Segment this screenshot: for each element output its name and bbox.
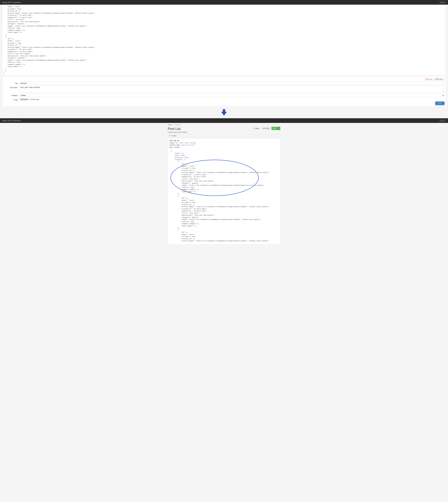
response-block: HTTP 200 OK Allow: GET, POST, HEAD, OPTI…: [168, 138, 280, 244]
vary-value: Accept: [175, 147, 180, 148]
allow-line: Allow: GET, POST, HEAD, OPTIONS: [169, 142, 279, 144]
down-arrow-icon: [221, 112, 227, 116]
form-row-category: Category Quotes Spanish Other: [4, 94, 444, 97]
url-path: /posts/: [172, 135, 176, 137]
title-label: Title: [4, 82, 19, 84]
post-button[interactable]: POST: [435, 102, 444, 105]
content-type-line: Content-Type: application/json: [169, 144, 279, 146]
post-button-row: POST: [4, 102, 444, 105]
choose-file-button[interactable]: Choose file: [19, 98, 29, 101]
breadcrumb: Home / Post List: [168, 123, 280, 127]
category-label: Category: [4, 94, 19, 96]
category-select[interactable]: Quotes Spanish Other: [19, 94, 444, 97]
vary-line: Vary: Accept: [169, 146, 279, 148]
response-headers: HTTP 200 OK Allow: GET, POST, HEAD, OPTI…: [169, 140, 279, 148]
toolbar: 🔧 Filters OPTIONS GET ▾: [251, 127, 280, 130]
image-label: Image: [4, 98, 19, 101]
form-tabs: Raw data HTML form: [4, 78, 444, 81]
get-button[interactable]: GET: [272, 127, 277, 130]
get-button-group: GET ▾: [272, 127, 280, 130]
dropdown-icon-2: ▾: [444, 120, 445, 122]
file-name-display: test-picture.jpg: [30, 99, 39, 100]
navbar-bottom: Django REST framework jure ▾: [0, 118, 448, 123]
arrow-shaft: [223, 109, 225, 112]
get-dropdown-button[interactable]: ▾: [277, 127, 280, 130]
vary-label: Vary:: [169, 147, 174, 148]
json-response-code: { "count": 3, "next": null, "previous": …: [169, 149, 279, 243]
form-row-title: Title: [4, 82, 444, 85]
dropdown-icon: ▾: [444, 1, 445, 3]
json-top-code: "owner": "jure", "is_owner": true, "prof…: [2, 5, 446, 75]
url-bar: GET /posts/: [168, 134, 280, 137]
title-toolbar: Post List A class view for the PostList …: [168, 127, 280, 134]
username-label-2: jure: [440, 120, 443, 122]
navbar-brand: Django REST framework: [2, 1, 21, 3]
description-textarea[interactable]: Test post description: [19, 86, 444, 92]
page-subtitle: A class view for the PostList: [168, 131, 187, 133]
username-label: jure: [440, 1, 443, 3]
filters-button[interactable]: 🔧 Filters: [251, 127, 261, 130]
tab-raw-data[interactable]: Raw data: [424, 78, 433, 81]
allow-label: Allow:: [169, 142, 175, 144]
json-response-body: { "count": 3, "next": null, "previous": …: [169, 149, 279, 243]
content-type-label: Content-Type:: [169, 144, 181, 146]
breadcrumb-separator: /: [173, 124, 173, 126]
breadcrumb-current: Post List: [175, 124, 181, 126]
allow-get[interactable]: GET: [176, 142, 178, 144]
form-row-image: Image Choose file test-picture.jpg: [4, 98, 444, 101]
arrow-container: [0, 108, 448, 117]
page-title: Post List: [168, 127, 187, 131]
arrow-wrapper: [221, 109, 227, 116]
allow-post[interactable]: POST: [180, 142, 183, 144]
http-status: HTTP 200 OK: [169, 140, 179, 142]
description-label: Description: [4, 86, 19, 89]
user-menu-2[interactable]: jure ▾: [439, 119, 446, 122]
allow-head[interactable]: HEAD: [185, 142, 188, 144]
http-status-line: HTTP 200 OK: [169, 140, 279, 142]
breadcrumb-home[interactable]: Home: [168, 124, 172, 126]
options-button[interactable]: OPTIONS: [261, 127, 271, 130]
tab-html-form[interactable]: HTML form: [434, 78, 444, 81]
content-type-value: application/json: [181, 144, 195, 146]
allow-options[interactable]: OPTIONS: [190, 142, 196, 144]
navbar-top: Django REST framework jure ▾: [0, 0, 448, 5]
form-row-description: Description Test post description: [4, 86, 444, 93]
navbar2-brand: Django REST framework: [2, 120, 21, 122]
page2-section: Home / Post List Post List A class view …: [0, 123, 448, 247]
title-input[interactable]: [19, 82, 444, 85]
user-menu[interactable]: jure ▾: [439, 1, 446, 4]
url-method: GET: [169, 135, 172, 137]
